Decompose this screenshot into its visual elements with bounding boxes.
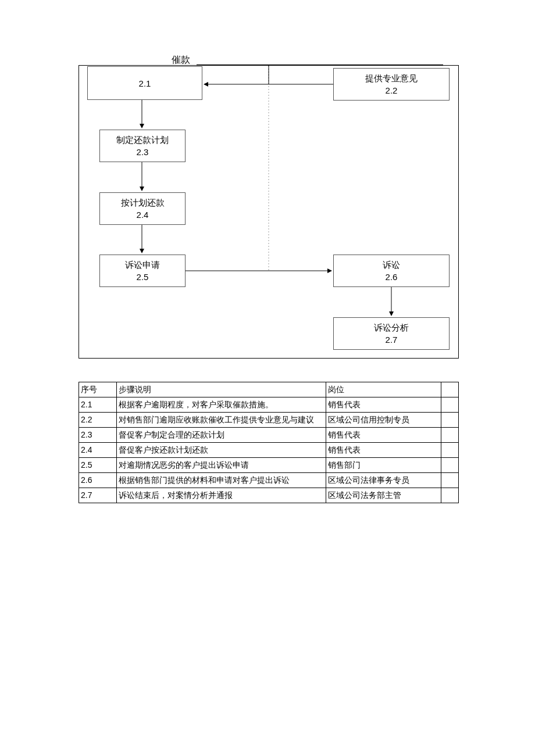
table-row: 2.3 督促客户制定合理的还款计划 销售代表 xyxy=(79,428,459,443)
flownode-number: 2.2 xyxy=(386,84,398,96)
table-row: 2.5 对逾期情况恶劣的客户提出诉讼申请 销售部门 xyxy=(79,458,459,473)
cell-extra xyxy=(441,428,459,443)
flownode-2-7: 诉讼分析 2.7 xyxy=(333,317,450,350)
cell-desc: 诉讼结束后，对案情分析并通报 xyxy=(117,488,326,503)
cell-extra xyxy=(441,488,459,503)
flownode-2-6: 诉讼 2.6 xyxy=(333,255,450,287)
table-row: 2.4 督促客户按还款计划还款 销售代表 xyxy=(79,443,459,458)
flownode-label: 制定还款计划 xyxy=(116,134,169,146)
flownode-label: 按计划还款 xyxy=(121,196,165,209)
steps-table-container: 序号 步骤说明 岗位 2.1 根据客户逾期程度，对客户采取催款措施。 销售代表 … xyxy=(79,382,459,503)
table-row: 2.2 对销售部门逾期应收账款催收工作提供专业意见与建议 区域公司信用控制专员 xyxy=(79,413,459,428)
flownode-2-4: 按计划还款 2.4 xyxy=(99,192,186,225)
flownode-number: 2.1 xyxy=(139,77,151,89)
col-header-extra xyxy=(441,382,459,397)
flownode-label: 诉讼分析 xyxy=(374,321,409,334)
table-header-row: 序号 步骤说明 岗位 xyxy=(79,382,459,397)
cell-role: 区域公司信用控制专员 xyxy=(326,413,441,428)
table-row: 2.7 诉讼结束后，对案情分析并通报 区域公司法务部主管 xyxy=(79,488,459,503)
table-row: 2.1 根据客户逾期程度，对客户采取催款措施。 销售代表 xyxy=(79,397,459,413)
steps-table: 序号 步骤说明 岗位 2.1 根据客户逾期程度，对客户采取催款措施。 销售代表 … xyxy=(79,382,459,503)
cell-desc: 督促客户按还款计划还款 xyxy=(117,443,326,458)
cell-desc: 根据客户逾期程度，对客户采取催款措施。 xyxy=(117,397,326,413)
flownode-number: 2.5 xyxy=(137,271,149,283)
cell-role: 区域公司法务部主管 xyxy=(326,488,441,503)
cell-seq: 2.5 xyxy=(79,458,117,473)
flowchart-title: 催款 xyxy=(172,54,190,66)
flownode-2-2: 提供专业意见 2.2 xyxy=(333,68,450,101)
cell-seq: 2.4 xyxy=(79,443,117,458)
cell-role: 销售部门 xyxy=(326,458,441,473)
flownode-label: 诉讼申请 xyxy=(125,259,160,271)
cell-desc: 根据销售部门提供的材料和申请对客户提出诉讼 xyxy=(117,473,326,488)
flownode-label: 诉讼 xyxy=(383,259,400,271)
cell-role: 销售代表 xyxy=(326,428,441,443)
cell-role: 区域公司法律事务专员 xyxy=(326,473,441,488)
cell-extra xyxy=(441,413,459,428)
col-header-desc: 步骤说明 xyxy=(117,382,326,397)
cell-desc: 对销售部门逾期应收账款催收工作提供专业意见与建议 xyxy=(117,413,326,428)
cell-seq: 2.2 xyxy=(79,413,117,428)
flowchart-container: 2.1 提供专业意见 2.2 制定还款计划 2.3 按计划还款 2.4 诉讼申请… xyxy=(79,65,459,359)
col-header-seq: 序号 xyxy=(79,382,117,397)
table-row: 2.6 根据销售部门提供的材料和申请对客户提出诉讼 区域公司法律事务专员 xyxy=(79,473,459,488)
flownode-number: 2.3 xyxy=(137,146,149,158)
flownode-number: 2.7 xyxy=(386,334,398,346)
cell-desc: 对逾期情况恶劣的客户提出诉讼申请 xyxy=(117,458,326,473)
cell-extra xyxy=(441,397,459,413)
flownode-2-3: 制定还款计划 2.3 xyxy=(99,130,186,162)
col-header-role: 岗位 xyxy=(326,382,441,397)
cell-extra xyxy=(441,443,459,458)
cell-desc: 督促客户制定合理的还款计划 xyxy=(117,428,326,443)
cell-role: 销售代表 xyxy=(326,397,441,413)
flownode-number: 2.6 xyxy=(386,271,398,283)
cell-seq: 2.6 xyxy=(79,473,117,488)
flownode-label: 提供专业意见 xyxy=(365,72,418,84)
flownode-2-5: 诉讼申请 2.5 xyxy=(99,255,186,287)
cell-extra xyxy=(441,473,459,488)
cell-role: 销售代表 xyxy=(326,443,441,458)
cell-extra xyxy=(441,458,459,473)
flownode-number: 2.4 xyxy=(137,209,149,221)
cell-seq: 2.7 xyxy=(79,488,117,503)
cell-seq: 2.1 xyxy=(79,397,117,413)
cell-seq: 2.3 xyxy=(79,428,117,443)
flownode-2-1: 2.1 xyxy=(87,66,202,100)
